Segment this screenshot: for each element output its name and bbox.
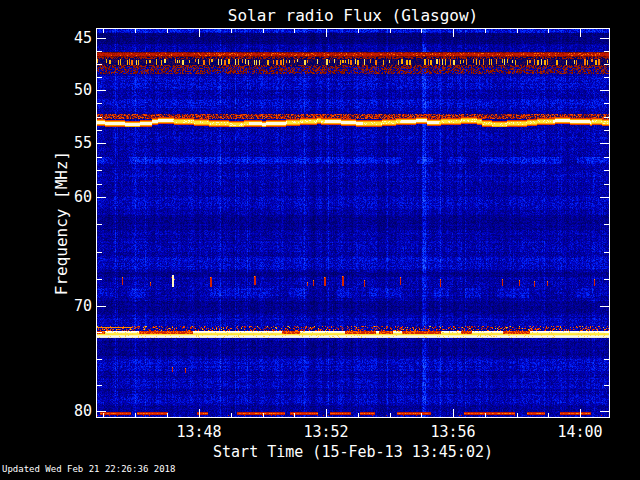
chart-title: Solar radio Flux (Glasgow) [97, 6, 609, 25]
y-tick-label-80: 80 [52, 402, 92, 420]
plot-frame [96, 28, 610, 418]
y-tick-label-45: 45 [52, 29, 92, 47]
spectrogram-canvas [97, 29, 609, 417]
y-axis-title: Frequency [MHz] [52, 151, 71, 296]
y-tick-label-70: 70 [52, 297, 92, 315]
x-tick-label-1352: 13:52 [291, 423, 361, 441]
x-tick-label-1356: 13:56 [418, 423, 488, 441]
x-tick-label-1400: 14:00 [545, 423, 615, 441]
y-tick-label-55: 55 [52, 134, 92, 152]
x-tick-label-1348: 13:48 [164, 423, 234, 441]
solar-radio-spectrogram-window: Solar radio Flux (Glasgow) Frequency [MH… [0, 0, 640, 480]
updated-timestamp: Updated Wed Feb 21 22:26:36 2018 [2, 464, 175, 474]
y-tick-label-50: 50 [52, 81, 92, 99]
x-axis-title: Start Time (15-Feb-13 13:45:02) [97, 443, 609, 461]
y-tick-label-60: 60 [52, 188, 92, 206]
